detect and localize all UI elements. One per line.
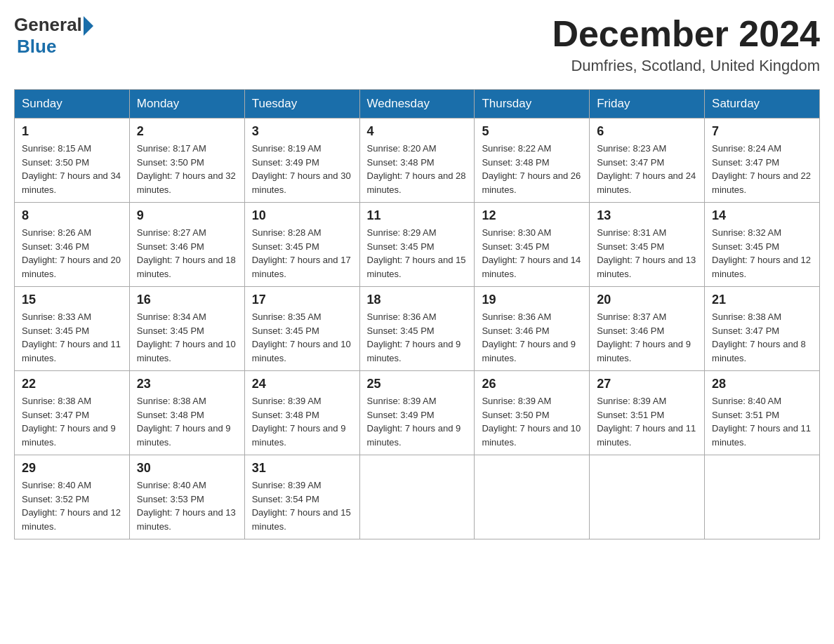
day-info: Sunrise: 8:32 AM Sunset: 3:45 PM Dayligh… [712, 226, 812, 281]
day-info: Sunrise: 8:19 AM Sunset: 3:49 PM Dayligh… [252, 142, 352, 196]
day-number: 22 [22, 377, 122, 391]
calendar-cell [705, 455, 820, 539]
calendar-cell: 4 Sunrise: 8:20 AM Sunset: 3:48 PM Dayli… [359, 119, 475, 203]
calendar-header-tuesday: Tuesday [244, 90, 359, 119]
day-number: 5 [482, 124, 582, 139]
day-info: Sunrise: 8:27 AM Sunset: 3:46 PM Dayligh… [137, 226, 237, 281]
day-info: Sunrise: 8:39 AM Sunset: 3:54 PM Dayligh… [252, 478, 352, 533]
day-number: 24 [252, 377, 352, 391]
calendar-cell: 27 Sunrise: 8:39 AM Sunset: 3:51 PM Dayl… [590, 371, 705, 455]
day-number: 3 [252, 124, 352, 139]
day-info: Sunrise: 8:22 AM Sunset: 3:48 PM Dayligh… [482, 142, 582, 196]
day-number: 18 [367, 293, 468, 307]
day-number: 16 [137, 293, 237, 307]
calendar-cell: 18 Sunrise: 8:36 AM Sunset: 3:45 PM Dayl… [359, 287, 475, 371]
day-number: 30 [137, 461, 237, 476]
day-number: 21 [712, 293, 812, 307]
day-number: 17 [252, 293, 352, 307]
day-info: Sunrise: 8:26 AM Sunset: 3:46 PM Dayligh… [22, 226, 122, 281]
day-number: 12 [482, 208, 582, 223]
calendar-header-sunday: Sunday [15, 90, 130, 119]
day-number: 11 [367, 208, 468, 223]
calendar-cell: 20 Sunrise: 8:37 AM Sunset: 3:46 PM Dayl… [590, 287, 705, 371]
day-info: Sunrise: 8:38 AM Sunset: 3:48 PM Dayligh… [137, 394, 237, 449]
page-header: General Blue December 2024 Dumfries, Sco… [14, 14, 820, 75]
calendar-header-monday: Monday [129, 90, 244, 119]
calendar-cell: 3 Sunrise: 8:19 AM Sunset: 3:49 PM Dayli… [244, 119, 359, 203]
day-info: Sunrise: 8:40 AM Sunset: 3:51 PM Dayligh… [712, 394, 812, 449]
calendar-cell: 21 Sunrise: 8:38 AM Sunset: 3:47 PM Dayl… [705, 287, 820, 371]
day-info: Sunrise: 8:36 AM Sunset: 3:46 PM Dayligh… [482, 310, 582, 365]
day-number: 23 [137, 377, 237, 391]
day-info: Sunrise: 8:37 AM Sunset: 3:46 PM Dayligh… [597, 310, 697, 365]
calendar-header-row: SundayMondayTuesdayWednesdayThursdayFrid… [15, 90, 820, 119]
logo: General Blue [14, 14, 93, 58]
calendar-week-3: 15 Sunrise: 8:33 AM Sunset: 3:45 PM Dayl… [15, 287, 820, 371]
day-number: 6 [597, 124, 697, 139]
calendar-cell: 14 Sunrise: 8:32 AM Sunset: 3:45 PM Dayl… [705, 203, 820, 287]
calendar-cell: 17 Sunrise: 8:35 AM Sunset: 3:45 PM Dayl… [244, 287, 359, 371]
day-number: 29 [22, 461, 122, 476]
day-info: Sunrise: 8:39 AM Sunset: 3:49 PM Dayligh… [367, 394, 468, 449]
day-info: Sunrise: 8:24 AM Sunset: 3:47 PM Dayligh… [712, 142, 812, 196]
logo-arrow-icon [84, 16, 93, 36]
day-number: 14 [712, 208, 812, 223]
calendar-week-5: 29 Sunrise: 8:40 AM Sunset: 3:52 PM Dayl… [15, 455, 820, 539]
day-number: 15 [22, 293, 122, 307]
day-number: 4 [367, 124, 468, 139]
calendar-cell: 8 Sunrise: 8:26 AM Sunset: 3:46 PM Dayli… [15, 203, 130, 287]
calendar-header-thursday: Thursday [475, 90, 590, 119]
day-info: Sunrise: 8:20 AM Sunset: 3:48 PM Dayligh… [367, 142, 468, 196]
day-info: Sunrise: 8:39 AM Sunset: 3:51 PM Dayligh… [597, 394, 697, 449]
day-number: 8 [22, 208, 122, 223]
day-info: Sunrise: 8:40 AM Sunset: 3:52 PM Dayligh… [22, 478, 122, 533]
day-info: Sunrise: 8:40 AM Sunset: 3:53 PM Dayligh… [137, 478, 237, 533]
day-info: Sunrise: 8:33 AM Sunset: 3:45 PM Dayligh… [22, 310, 122, 365]
logo-general-text: General [14, 14, 82, 36]
calendar-week-4: 22 Sunrise: 8:38 AM Sunset: 3:47 PM Dayl… [15, 371, 820, 455]
month-title: December 2024 [552, 14, 820, 54]
calendar-cell: 6 Sunrise: 8:23 AM Sunset: 3:47 PM Dayli… [590, 119, 705, 203]
day-info: Sunrise: 8:34 AM Sunset: 3:45 PM Dayligh… [137, 310, 237, 365]
calendar-cell: 9 Sunrise: 8:27 AM Sunset: 3:46 PM Dayli… [129, 203, 244, 287]
title-section: December 2024 Dumfries, Scotland, United… [552, 14, 820, 75]
day-info: Sunrise: 8:29 AM Sunset: 3:45 PM Dayligh… [367, 226, 468, 281]
calendar-cell: 13 Sunrise: 8:31 AM Sunset: 3:45 PM Dayl… [590, 203, 705, 287]
calendar-header-wednesday: Wednesday [359, 90, 475, 119]
day-number: 27 [597, 377, 697, 391]
calendar-cell: 22 Sunrise: 8:38 AM Sunset: 3:47 PM Dayl… [15, 371, 130, 455]
day-info: Sunrise: 8:38 AM Sunset: 3:47 PM Dayligh… [22, 394, 122, 449]
logo-blue-text: Blue [17, 36, 56, 58]
calendar-cell: 30 Sunrise: 8:40 AM Sunset: 3:53 PM Dayl… [129, 455, 244, 539]
day-info: Sunrise: 8:35 AM Sunset: 3:45 PM Dayligh… [252, 310, 352, 365]
day-number: 26 [482, 377, 582, 391]
day-number: 25 [367, 377, 468, 391]
day-info: Sunrise: 8:28 AM Sunset: 3:45 PM Dayligh… [252, 226, 352, 281]
calendar-cell: 26 Sunrise: 8:39 AM Sunset: 3:50 PM Dayl… [475, 371, 590, 455]
day-number: 1 [22, 124, 122, 139]
calendar-week-1: 1 Sunrise: 8:15 AM Sunset: 3:50 PM Dayli… [15, 119, 820, 203]
day-number: 2 [137, 124, 237, 139]
calendar-cell: 11 Sunrise: 8:29 AM Sunset: 3:45 PM Dayl… [359, 203, 475, 287]
day-number: 31 [252, 461, 352, 476]
calendar-cell: 1 Sunrise: 8:15 AM Sunset: 3:50 PM Dayli… [15, 119, 130, 203]
day-info: Sunrise: 8:39 AM Sunset: 3:48 PM Dayligh… [252, 394, 352, 449]
day-info: Sunrise: 8:17 AM Sunset: 3:50 PM Dayligh… [137, 142, 237, 196]
calendar-cell: 16 Sunrise: 8:34 AM Sunset: 3:45 PM Dayl… [129, 287, 244, 371]
calendar-cell [590, 455, 705, 539]
calendar-cell: 28 Sunrise: 8:40 AM Sunset: 3:51 PM Dayl… [705, 371, 820, 455]
calendar-cell: 24 Sunrise: 8:39 AM Sunset: 3:48 PM Dayl… [244, 371, 359, 455]
calendar-cell: 29 Sunrise: 8:40 AM Sunset: 3:52 PM Dayl… [15, 455, 130, 539]
calendar-cell: 10 Sunrise: 8:28 AM Sunset: 3:45 PM Dayl… [244, 203, 359, 287]
calendar-cell: 15 Sunrise: 8:33 AM Sunset: 3:45 PM Dayl… [15, 287, 130, 371]
calendar-header-friday: Friday [590, 90, 705, 119]
day-info: Sunrise: 8:31 AM Sunset: 3:45 PM Dayligh… [597, 226, 697, 281]
calendar-cell: 12 Sunrise: 8:30 AM Sunset: 3:45 PM Dayl… [475, 203, 590, 287]
calendar-cell: 5 Sunrise: 8:22 AM Sunset: 3:48 PM Dayli… [475, 119, 590, 203]
day-number: 20 [597, 293, 697, 307]
day-number: 7 [712, 124, 812, 139]
calendar-cell: 31 Sunrise: 8:39 AM Sunset: 3:54 PM Dayl… [244, 455, 359, 539]
day-number: 10 [252, 208, 352, 223]
calendar-cell [359, 455, 475, 539]
day-info: Sunrise: 8:23 AM Sunset: 3:47 PM Dayligh… [597, 142, 697, 196]
